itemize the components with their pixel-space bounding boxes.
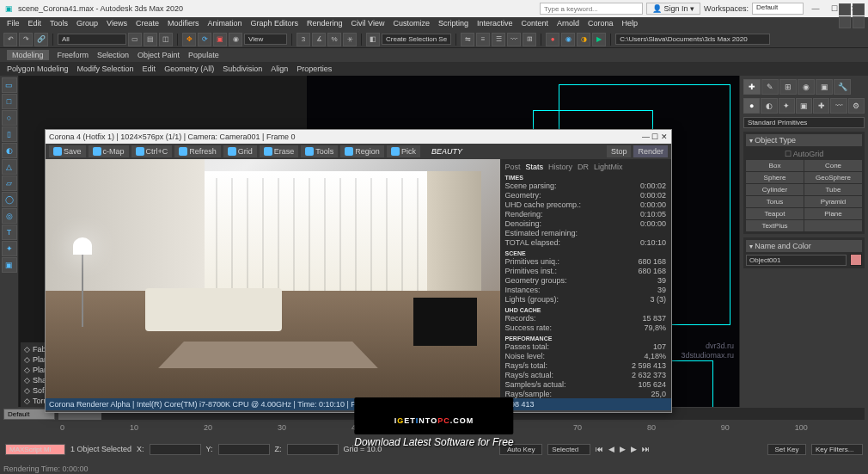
- vfb-close-icon[interactable]: ✕: [661, 132, 668, 141]
- nav-max-icon[interactable]: [853, 16, 865, 28]
- maxscript-listener[interactable]: MAXScript Mi: [5, 444, 65, 455]
- align-icon[interactable]: ≡: [476, 33, 490, 46]
- prim-pyramid[interactable]: Pyramid: [804, 196, 862, 207]
- menu-animation[interactable]: Animation: [207, 19, 241, 29]
- menu-customize[interactable]: Customize: [393, 19, 430, 29]
- play-icon[interactable]: ▶: [620, 445, 626, 453]
- tab-display-icon[interactable]: ▣: [816, 79, 833, 95]
- schematic-icon[interactable]: ⊞: [523, 33, 536, 46]
- sub-shapes-icon[interactable]: ◐: [761, 98, 777, 114]
- vfb-render-view[interactable]: [46, 159, 500, 398]
- vfb-titlebar[interactable]: Corona 4 (Hotfix 1) | 1024×576px (1/1) |…: [46, 130, 671, 144]
- prim-cone[interactable]: Cone: [804, 160, 862, 171]
- tab-motion-icon[interactable]: ◉: [798, 79, 815, 95]
- ribbon-modeling[interactable]: Modeling: [7, 50, 49, 60]
- ribbon-freeform[interactable]: Freeform: [58, 51, 89, 59]
- prim-tube[interactable]: Tube: [804, 184, 862, 195]
- vfb-render-button[interactable]: Render: [633, 145, 668, 157]
- lt-camera-icon[interactable]: ▣: [2, 257, 17, 273]
- vfb-tab-stats[interactable]: Stats: [526, 163, 544, 171]
- vfb-tab-dr[interactable]: DR: [578, 163, 589, 171]
- sub-align[interactable]: Align: [271, 65, 288, 73]
- spinner-snap-icon[interactable]: ⚹: [343, 33, 357, 46]
- redo-icon[interactable]: ↷: [19, 33, 33, 46]
- select-name-icon[interactable]: ▤: [144, 33, 157, 46]
- sub-modifysel[interactable]: Modify Selection: [77, 65, 134, 73]
- menu-corona[interactable]: Corona: [588, 19, 614, 29]
- lt-cylinder-icon[interactable]: ▯: [2, 126, 17, 142]
- vfb-tab-post[interactable]: Post: [505, 163, 521, 171]
- menu-modifiers[interactable]: Modifiers: [168, 19, 199, 29]
- percent-snap-icon[interactable]: %: [327, 33, 341, 46]
- selection-set-dropdown[interactable]: Create Selection Se: [382, 34, 451, 45]
- sub-polymodeling[interactable]: Polygon Modeling: [7, 65, 69, 73]
- tab-hierarchy-icon[interactable]: ⊞: [779, 79, 797, 95]
- angle-snap-icon[interactable]: ∡: [312, 33, 326, 46]
- move-icon[interactable]: ✥: [182, 33, 196, 46]
- sub-helpers-icon[interactable]: ✚: [813, 98, 829, 114]
- menu-interactive[interactable]: Interactive: [477, 19, 513, 29]
- vfb-save-button[interactable]: Save: [49, 145, 86, 157]
- sub-geometry[interactable]: Geometry (All): [164, 65, 214, 73]
- layer-icon[interactable]: ☰: [492, 33, 505, 46]
- sub-geometry-icon[interactable]: ●: [743, 98, 760, 114]
- autogrid-checkbox[interactable]: ☐ AutoGrid: [746, 148, 862, 160]
- search-input[interactable]: [540, 3, 643, 15]
- vfb-grid-button[interactable]: Grid: [223, 145, 257, 157]
- undo-icon[interactable]: ↶: [3, 33, 17, 46]
- menu-help[interactable]: Help: [622, 19, 639, 29]
- tab-modify-icon[interactable]: ✎: [761, 79, 779, 95]
- menu-file[interactable]: File: [7, 19, 20, 29]
- prim-torus[interactable]: Torus: [746, 196, 804, 207]
- sub-subdivision[interactable]: Subdivision: [223, 65, 262, 73]
- object-name-input[interactable]: [746, 255, 847, 266]
- ribbon-objectpaint[interactable]: Object Paint: [138, 51, 180, 59]
- scale-icon[interactable]: ▣: [213, 33, 227, 46]
- rotate-icon[interactable]: ⟳: [198, 33, 211, 46]
- ribbon-populate[interactable]: Populate: [188, 51, 219, 59]
- prim-textplus[interactable]: TextPlus: [746, 220, 804, 231]
- sub-systems-icon[interactable]: ⚙: [848, 98, 865, 114]
- tab-utilities-icon[interactable]: 🔧: [834, 79, 851, 95]
- lt-box-icon[interactable]: □: [2, 94, 17, 109]
- lt-tube-icon[interactable]: ◎: [2, 208, 17, 224]
- keymode-dropdown[interactable]: Selected: [547, 444, 590, 455]
- vfb-region-button[interactable]: Region: [340, 145, 384, 157]
- snap-icon[interactable]: 3: [296, 33, 310, 46]
- setkey-button[interactable]: Set Key: [767, 444, 806, 455]
- menu-rendering[interactable]: Rendering: [307, 19, 343, 29]
- menu-group[interactable]: Group: [76, 19, 98, 29]
- lt-cone-icon[interactable]: △: [2, 159, 17, 175]
- select-region-icon[interactable]: ◫: [159, 33, 173, 46]
- lt-sphere-icon[interactable]: ○: [2, 110, 17, 126]
- keyfilters-button[interactable]: Key Filters...: [811, 444, 863, 455]
- ribbon-selection[interactable]: Selection: [97, 51, 129, 59]
- menu-edit[interactable]: Edit: [28, 19, 42, 29]
- vfb-stop-button[interactable]: Stop: [607, 145, 632, 157]
- vfb-min-icon[interactable]: —: [642, 132, 650, 141]
- vfb-max-icon[interactable]: ☐: [651, 132, 658, 141]
- menu-tools[interactable]: Tools: [50, 19, 68, 29]
- placement-icon[interactable]: ◉: [229, 33, 242, 46]
- sub-spacewarps-icon[interactable]: 〰: [830, 98, 847, 114]
- vfb-tab-history[interactable]: History: [548, 163, 572, 171]
- prim-sphere[interactable]: Sphere: [746, 172, 804, 183]
- named-sel-icon[interactable]: ◧: [366, 33, 380, 46]
- prim-geosphere[interactable]: GeoSphere: [804, 172, 862, 183]
- menu-civilview[interactable]: Civil View: [351, 19, 385, 29]
- lt-text-icon[interactable]: T: [2, 225, 17, 240]
- vfb-tab-lightmix[interactable]: LightMix: [594, 163, 623, 171]
- play-prev-icon[interactable]: ◀: [608, 445, 614, 453]
- prim-teapot[interactable]: Teapot: [746, 208, 804, 219]
- render-icon[interactable]: ▶: [592, 33, 606, 46]
- render-frame-icon[interactable]: ◑: [577, 33, 590, 46]
- menu-arnold[interactable]: Arnold: [557, 19, 579, 29]
- lt-torus-icon[interactable]: ◯: [2, 192, 17, 207]
- workspace-dropdown[interactable]: Default: [752, 3, 804, 15]
- minimize-icon[interactable]: —: [807, 4, 824, 13]
- viewport-nav-icons[interactable]: [839, 3, 865, 28]
- play-start-icon[interactable]: ⏮: [596, 445, 603, 453]
- ref-coord-dropdown[interactable]: View: [244, 34, 287, 45]
- curve-editor-icon[interactable]: 〰: [507, 33, 521, 46]
- lt-light-icon[interactable]: ✦: [2, 241, 17, 256]
